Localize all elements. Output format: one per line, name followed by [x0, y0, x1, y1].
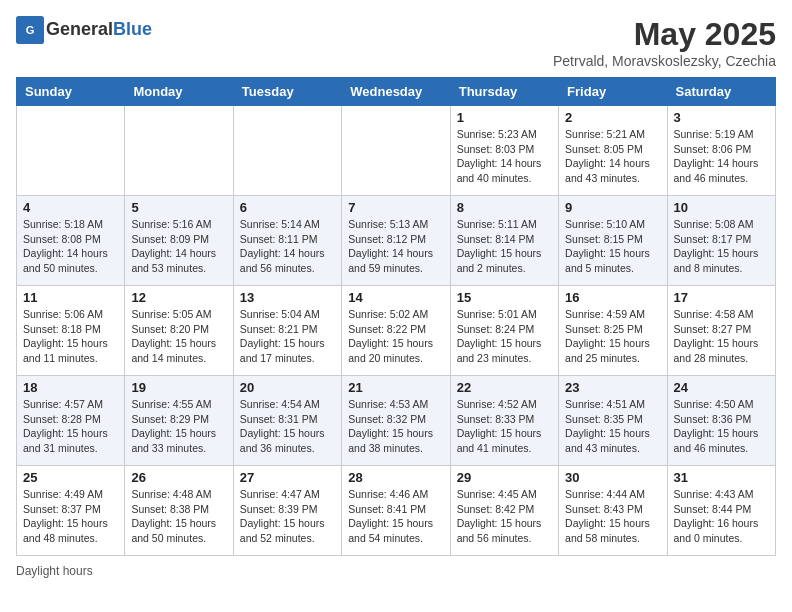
calendar-cell: 27Sunrise: 4:47 AM Sunset: 8:39 PM Dayli…	[233, 466, 341, 556]
calendar-cell	[342, 106, 450, 196]
day-number: 5	[131, 200, 226, 215]
calendar-cell: 3Sunrise: 5:19 AM Sunset: 8:06 PM Daylig…	[667, 106, 775, 196]
day-number: 11	[23, 290, 118, 305]
calendar-cell: 21Sunrise: 4:53 AM Sunset: 8:32 PM Dayli…	[342, 376, 450, 466]
day-detail: Sunrise: 4:50 AM Sunset: 8:36 PM Dayligh…	[674, 397, 769, 456]
calendar-cell: 29Sunrise: 4:45 AM Sunset: 8:42 PM Dayli…	[450, 466, 558, 556]
svg-text:G: G	[26, 24, 35, 36]
logo: G GeneralBlue	[16, 16, 152, 44]
calendar-cell: 15Sunrise: 5:01 AM Sunset: 8:24 PM Dayli…	[450, 286, 558, 376]
day-detail: Sunrise: 4:46 AM Sunset: 8:41 PM Dayligh…	[348, 487, 443, 546]
day-number: 21	[348, 380, 443, 395]
day-detail: Sunrise: 5:02 AM Sunset: 8:22 PM Dayligh…	[348, 307, 443, 366]
calendar-cell: 18Sunrise: 4:57 AM Sunset: 8:28 PM Dayli…	[17, 376, 125, 466]
day-detail: Sunrise: 5:19 AM Sunset: 8:06 PM Dayligh…	[674, 127, 769, 186]
day-number: 24	[674, 380, 769, 395]
day-number: 15	[457, 290, 552, 305]
logo-general: General	[46, 19, 113, 39]
calendar-cell: 20Sunrise: 4:54 AM Sunset: 8:31 PM Dayli…	[233, 376, 341, 466]
day-detail: Sunrise: 5:16 AM Sunset: 8:09 PM Dayligh…	[131, 217, 226, 276]
daylight-label: Daylight hours	[16, 564, 93, 578]
day-detail: Sunrise: 4:49 AM Sunset: 8:37 PM Dayligh…	[23, 487, 118, 546]
day-number: 18	[23, 380, 118, 395]
day-detail: Sunrise: 5:10 AM Sunset: 8:15 PM Dayligh…	[565, 217, 660, 276]
day-number: 29	[457, 470, 552, 485]
calendar-cell: 10Sunrise: 5:08 AM Sunset: 8:17 PM Dayli…	[667, 196, 775, 286]
day-number: 17	[674, 290, 769, 305]
logo-icon: G	[16, 16, 44, 44]
day-detail: Sunrise: 4:43 AM Sunset: 8:44 PM Dayligh…	[674, 487, 769, 546]
day-number: 6	[240, 200, 335, 215]
calendar-cell: 28Sunrise: 4:46 AM Sunset: 8:41 PM Dayli…	[342, 466, 450, 556]
week-row-1: 1Sunrise: 5:23 AM Sunset: 8:03 PM Daylig…	[17, 106, 776, 196]
day-number: 20	[240, 380, 335, 395]
col-header-sunday: Sunday	[17, 78, 125, 106]
calendar-cell: 5Sunrise: 5:16 AM Sunset: 8:09 PM Daylig…	[125, 196, 233, 286]
day-number: 8	[457, 200, 552, 215]
day-number: 7	[348, 200, 443, 215]
day-number: 2	[565, 110, 660, 125]
calendar-cell: 14Sunrise: 5:02 AM Sunset: 8:22 PM Dayli…	[342, 286, 450, 376]
calendar-table: SundayMondayTuesdayWednesdayThursdayFrid…	[16, 77, 776, 556]
col-header-monday: Monday	[125, 78, 233, 106]
calendar-cell: 16Sunrise: 4:59 AM Sunset: 8:25 PM Dayli…	[559, 286, 667, 376]
day-detail: Sunrise: 4:45 AM Sunset: 8:42 PM Dayligh…	[457, 487, 552, 546]
day-detail: Sunrise: 5:14 AM Sunset: 8:11 PM Dayligh…	[240, 217, 335, 276]
week-row-4: 18Sunrise: 4:57 AM Sunset: 8:28 PM Dayli…	[17, 376, 776, 466]
calendar-cell	[17, 106, 125, 196]
day-number: 9	[565, 200, 660, 215]
day-number: 28	[348, 470, 443, 485]
calendar-cell: 19Sunrise: 4:55 AM Sunset: 8:29 PM Dayli…	[125, 376, 233, 466]
day-number: 25	[23, 470, 118, 485]
logo-text: GeneralBlue	[46, 20, 152, 40]
col-header-saturday: Saturday	[667, 78, 775, 106]
day-detail: Sunrise: 4:52 AM Sunset: 8:33 PM Dayligh…	[457, 397, 552, 456]
calendar-cell: 30Sunrise: 4:44 AM Sunset: 8:43 PM Dayli…	[559, 466, 667, 556]
calendar-cell: 11Sunrise: 5:06 AM Sunset: 8:18 PM Dayli…	[17, 286, 125, 376]
calendar-cell: 9Sunrise: 5:10 AM Sunset: 8:15 PM Daylig…	[559, 196, 667, 286]
calendar-cell: 31Sunrise: 4:43 AM Sunset: 8:44 PM Dayli…	[667, 466, 775, 556]
calendar-cell: 22Sunrise: 4:52 AM Sunset: 8:33 PM Dayli…	[450, 376, 558, 466]
day-detail: Sunrise: 4:44 AM Sunset: 8:43 PM Dayligh…	[565, 487, 660, 546]
footer-note: Daylight hours	[16, 564, 776, 578]
calendar-cell: 13Sunrise: 5:04 AM Sunset: 8:21 PM Dayli…	[233, 286, 341, 376]
location-subtitle: Petrvald, Moravskoslezsky, Czechia	[553, 53, 776, 69]
week-row-2: 4Sunrise: 5:18 AM Sunset: 8:08 PM Daylig…	[17, 196, 776, 286]
day-number: 23	[565, 380, 660, 395]
day-detail: Sunrise: 4:57 AM Sunset: 8:28 PM Dayligh…	[23, 397, 118, 456]
day-detail: Sunrise: 5:01 AM Sunset: 8:24 PM Dayligh…	[457, 307, 552, 366]
logo-blue: Blue	[113, 19, 152, 39]
day-number: 27	[240, 470, 335, 485]
day-detail: Sunrise: 5:04 AM Sunset: 8:21 PM Dayligh…	[240, 307, 335, 366]
day-detail: Sunrise: 4:48 AM Sunset: 8:38 PM Dayligh…	[131, 487, 226, 546]
calendar-cell: 24Sunrise: 4:50 AM Sunset: 8:36 PM Dayli…	[667, 376, 775, 466]
calendar-cell: 25Sunrise: 4:49 AM Sunset: 8:37 PM Dayli…	[17, 466, 125, 556]
day-number: 4	[23, 200, 118, 215]
month-title: May 2025	[553, 16, 776, 53]
day-number: 13	[240, 290, 335, 305]
day-detail: Sunrise: 5:06 AM Sunset: 8:18 PM Dayligh…	[23, 307, 118, 366]
calendar-cell: 2Sunrise: 5:21 AM Sunset: 8:05 PM Daylig…	[559, 106, 667, 196]
calendar-cell	[233, 106, 341, 196]
day-detail: Sunrise: 5:11 AM Sunset: 8:14 PM Dayligh…	[457, 217, 552, 276]
calendar-cell	[125, 106, 233, 196]
calendar-cell: 12Sunrise: 5:05 AM Sunset: 8:20 PM Dayli…	[125, 286, 233, 376]
day-detail: Sunrise: 4:53 AM Sunset: 8:32 PM Dayligh…	[348, 397, 443, 456]
calendar-header-row: SundayMondayTuesdayWednesdayThursdayFrid…	[17, 78, 776, 106]
calendar-cell: 4Sunrise: 5:18 AM Sunset: 8:08 PM Daylig…	[17, 196, 125, 286]
title-area: May 2025 Petrvald, Moravskoslezsky, Czec…	[553, 16, 776, 69]
day-number: 10	[674, 200, 769, 215]
day-detail: Sunrise: 4:55 AM Sunset: 8:29 PM Dayligh…	[131, 397, 226, 456]
day-number: 19	[131, 380, 226, 395]
day-number: 1	[457, 110, 552, 125]
day-number: 30	[565, 470, 660, 485]
day-detail: Sunrise: 4:54 AM Sunset: 8:31 PM Dayligh…	[240, 397, 335, 456]
calendar-cell: 23Sunrise: 4:51 AM Sunset: 8:35 PM Dayli…	[559, 376, 667, 466]
day-detail: Sunrise: 5:08 AM Sunset: 8:17 PM Dayligh…	[674, 217, 769, 276]
day-number: 12	[131, 290, 226, 305]
day-number: 16	[565, 290, 660, 305]
col-header-friday: Friday	[559, 78, 667, 106]
day-detail: Sunrise: 5:21 AM Sunset: 8:05 PM Dayligh…	[565, 127, 660, 186]
col-header-tuesday: Tuesday	[233, 78, 341, 106]
day-number: 14	[348, 290, 443, 305]
